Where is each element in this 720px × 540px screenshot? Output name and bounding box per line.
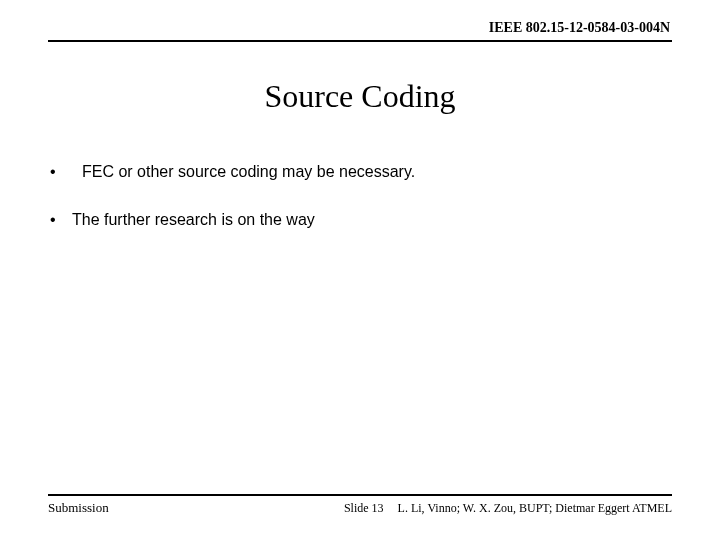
list-item: • The further research is on the way: [48, 211, 672, 229]
slide-title: Source Coding: [48, 78, 672, 115]
bullet-icon: •: [48, 163, 72, 181]
footer-divider: [48, 494, 672, 496]
bullet-text: The further research is on the way: [72, 211, 672, 229]
footer-left: Submission: [48, 500, 109, 516]
bullet-text: FEC or other source coding may be necess…: [72, 163, 672, 181]
footer-authors: L. Li, Vinno; W. X. Zou, BUPT; Dietmar E…: [398, 501, 672, 516]
header: IEEE 802.15-12-0584-03-004N: [48, 0, 672, 42]
slide-page: IEEE 802.15-12-0584-03-004N Source Codin…: [0, 0, 720, 540]
footer-row: Submission Slide 13 L. Li, Vinno; W. X. …: [48, 500, 672, 516]
slide-number: Slide 13: [344, 501, 384, 516]
bullet-icon: •: [48, 211, 72, 229]
header-divider: [48, 40, 672, 42]
footer-right: Slide 13 L. Li, Vinno; W. X. Zou, BUPT; …: [344, 501, 672, 516]
document-number: IEEE 802.15-12-0584-03-004N: [48, 20, 672, 38]
list-item: • FEC or other source coding may be nece…: [48, 163, 672, 181]
footer: Submission Slide 13 L. Li, Vinno; W. X. …: [48, 494, 672, 516]
bullet-list: • FEC or other source coding may be nece…: [48, 163, 672, 229]
